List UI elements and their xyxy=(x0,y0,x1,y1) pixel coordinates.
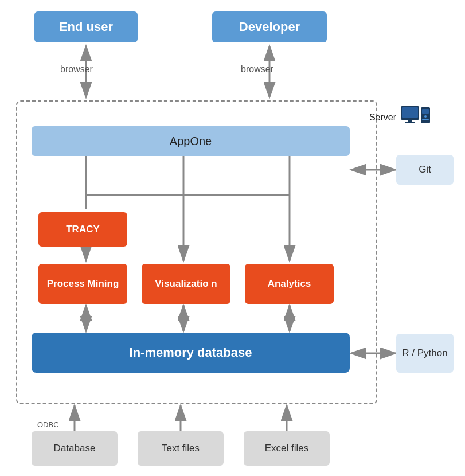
inmemory-box: In-memory database xyxy=(32,333,350,373)
process-mining-box: Process Mining xyxy=(38,264,127,304)
visualization-label: Visualizatio n xyxy=(155,278,217,290)
analytics-label: Analytics xyxy=(268,278,311,290)
server-text: Server xyxy=(369,112,396,123)
excelfiles-box: Excel files xyxy=(244,431,330,466)
svg-rect-21 xyxy=(408,120,412,122)
textfiles-label: Text files xyxy=(162,443,200,454)
svg-rect-20 xyxy=(402,107,418,118)
odbc-label: ODBC xyxy=(37,420,59,429)
git-box: Git xyxy=(396,155,454,185)
developer-label: Developer xyxy=(239,19,300,34)
end-user-box: End user xyxy=(34,11,138,42)
svg-rect-22 xyxy=(405,122,415,123)
rpython-label: R / Python xyxy=(402,348,447,359)
inmemory-label: In-memory database xyxy=(130,345,252,360)
database-box: Database xyxy=(32,431,118,466)
tracy-box: TRACY xyxy=(38,212,127,247)
analytics-box: Analytics xyxy=(245,264,334,304)
svg-rect-26 xyxy=(422,119,429,120)
textfiles-box: Text files xyxy=(138,431,224,466)
server-label: Server xyxy=(369,106,431,129)
appone-label: AppOne xyxy=(170,135,212,148)
server-icon xyxy=(401,106,431,129)
browser-label-left: browser xyxy=(60,64,93,75)
svg-rect-24 xyxy=(422,109,429,114)
architecture-diagram: End user Developer browser browser Serve… xyxy=(0,0,465,476)
visualization-box: Visualizatio n xyxy=(142,264,230,304)
svg-point-25 xyxy=(424,115,427,118)
database-label: Database xyxy=(54,443,96,454)
rpython-box: R / Python xyxy=(396,334,454,373)
excelfiles-label: Excel files xyxy=(265,443,309,454)
tracy-label: TRACY xyxy=(66,224,100,235)
process-mining-label: Process Mining xyxy=(47,278,119,290)
browser-label-right: browser xyxy=(241,64,273,75)
developer-box: Developer xyxy=(212,11,327,42)
end-user-label: End user xyxy=(59,19,113,34)
appone-box: AppOne xyxy=(32,126,350,156)
git-label: Git xyxy=(419,164,431,175)
